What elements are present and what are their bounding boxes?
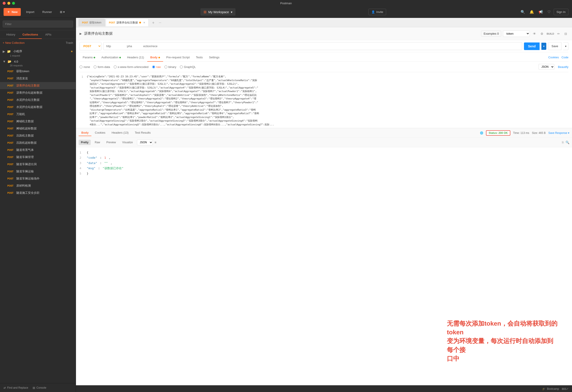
sign-in-button[interactable]: Sign In	[554, 9, 568, 15]
copy-icon-btn[interactable]: ⎘	[562, 141, 564, 144]
method-badge: POST	[6, 77, 15, 80]
code-line-1: 1 {"mixingDate":"2021-02-23 16:23:45","u…	[79, 75, 569, 127]
resp-tab-test-results[interactable]: Test Results	[132, 130, 153, 136]
graphql-option[interactable]: GraphQL	[180, 65, 196, 69]
sidebar-item-16[interactable]: POST 原材料检测	[0, 182, 76, 189]
add-tab-button[interactable]: ＋	[149, 20, 157, 25]
sidebar-item-12[interactable]: POST 隧道车辆管理	[0, 154, 76, 161]
new-button[interactable]: ＋ New	[4, 8, 21, 16]
code-link[interactable]: Code	[561, 56, 568, 59]
eye-icon-btn[interactable]: 👁	[532, 31, 537, 37]
format-tab-visualize[interactable]: Visualize	[120, 140, 135, 145]
item-name-12: 隧道车辆管理	[16, 155, 73, 159]
method-select[interactable]: POST GET PUT DELETE	[79, 42, 101, 50]
form-data-option[interactable]: form-data	[94, 65, 110, 69]
tab-body[interactable]: Body	[147, 53, 163, 62]
sidebar-item-1[interactable]: POST 消息发送	[0, 75, 76, 82]
send-button[interactable]: Send	[524, 42, 540, 50]
send-dropdown-button[interactable]: ▾	[541, 43, 546, 50]
maximize-button[interactable]	[12, 2, 15, 5]
sidebar-item-3[interactable]: POST 沥青拌合站超标数据	[0, 89, 76, 96]
tab-pre-request[interactable]: Pre-request Script	[163, 53, 193, 62]
sidebar-item-6[interactable]: POST 万能机	[0, 111, 76, 118]
edit-icon-btn[interactable]: ✏	[556, 31, 561, 37]
sidebar-tab-collections[interactable]: Collections	[19, 31, 42, 39]
app-bottom-bar: 🎓 Bootcamp ⊞ ⊟ ⤢	[76, 385, 572, 392]
workspace-selector[interactable]: ⊞ My Workspace ▾	[200, 8, 235, 16]
bootcamp-button[interactable]: 🎓 Bootcamp	[542, 387, 559, 391]
more-tools-button[interactable]: ⊞ ▾	[57, 9, 67, 15]
tab-settings[interactable]: Settings	[206, 53, 222, 62]
sidebar-item-14[interactable]: POST 隧道车辆运输	[0, 168, 76, 175]
sidebar-item-2[interactable]: POST 沥青拌合站主数据	[0, 82, 76, 89]
format-tab-pretty[interactable]: Pretty	[79, 140, 91, 145]
raw-option[interactable]: raw	[152, 65, 161, 69]
sidebar-item-5[interactable]: POST 水泥拌合站超标数据	[0, 103, 76, 111]
none-option[interactable]: none	[79, 65, 90, 69]
format-tab-raw[interactable]: Raw	[93, 140, 102, 145]
expand-request-button[interactable]: ▶	[79, 32, 82, 35]
item-name-10: 压路机超标数据	[16, 141, 73, 145]
collection-header-0[interactable]: ▶ 📁 小程序 ★	[0, 48, 76, 55]
body-format-select[interactable]: JSON	[539, 64, 554, 70]
sidebar-item-13[interactable]: POST 隧道车辆进出洞	[0, 161, 76, 168]
sort-icon-btn[interactable]: ≡	[155, 141, 156, 144]
tab-params[interactable]: Params	[79, 53, 98, 62]
examples-button[interactable]: Examples 0	[481, 31, 501, 37]
two-panel-button[interactable]: ⊟	[564, 387, 566, 391]
sidebar-item-17[interactable]: POST 隧道施工安全步距	[0, 189, 76, 196]
tab-authorization[interactable]: Authorization	[98, 53, 124, 62]
resp-tab-headers[interactable]: Headers (13)	[109, 130, 131, 136]
layout-button[interactable]: ⊞	[562, 387, 564, 391]
more-tabs-button[interactable]: ···	[159, 21, 161, 24]
sidebar-item-15[interactable]: POST 隧道车辆运输场外	[0, 175, 76, 182]
sidebar-item-7[interactable]: POST 摊铺机主数据	[0, 118, 76, 125]
sidebar-tab-history[interactable]: History	[3, 31, 19, 39]
import-button[interactable]: Import	[23, 9, 37, 15]
method-badge: POST	[6, 184, 15, 188]
sidebar-item-10[interactable]: POST 压路机超标数据	[0, 139, 76, 147]
format-tab-preview[interactable]: Preview	[104, 140, 118, 145]
expand-panel-button[interactable]: ⤢	[566, 387, 568, 391]
new-collection-button[interactable]: + New Collection	[3, 41, 25, 45]
runner-button[interactable]: Runner	[40, 9, 55, 15]
search-icon-btn[interactable]: 🔍	[566, 141, 569, 144]
sidebar-tab-apis[interactable]: APIs	[42, 31, 55, 39]
sidebar-item-0[interactable]: POST 获取token	[0, 68, 76, 75]
minimize-button[interactable]	[7, 2, 10, 5]
notification-icon-btn[interactable]: 🔔	[528, 8, 535, 16]
heart-icon-btn[interactable]: ♡	[546, 8, 552, 16]
binary-option[interactable]: binary	[164, 65, 176, 69]
tab-close-icon[interactable]: ✕	[143, 21, 145, 24]
cookies-link[interactable]: Cookies	[548, 56, 559, 59]
sidebar-item-8[interactable]: POST 摊铺机超标数据	[0, 125, 76, 132]
sidebar-item-11[interactable]: POST 隧道有害气体	[0, 147, 76, 154]
response-format-select[interactable]: JSON	[137, 139, 153, 145]
env-selector[interactable]: token	[503, 30, 530, 37]
tab-headers[interactable]: Headers (11)	[124, 53, 147, 62]
sidebar-item-9[interactable]: POST 压路机主数据	[0, 132, 76, 139]
urlencoded-option[interactable]: x-www-form-urlencoded	[114, 65, 149, 69]
save-dropdown-button[interactable]: ▾	[563, 42, 568, 50]
find-replace-button[interactable]: ⇄ Find and Replace	[4, 386, 28, 389]
trash-button[interactable]: Trash	[66, 41, 73, 45]
alert-icon-btn[interactable]: 📢	[537, 8, 544, 16]
save-button[interactable]: Save	[548, 42, 561, 50]
sidebar-item-4[interactable]: POST 水泥拌合站主数据	[0, 96, 76, 103]
tab-0[interactable]: POST 获取token	[79, 19, 105, 26]
code-editor[interactable]: 1 {"mixingDate":"2021-02-23 16:23:45","u…	[76, 72, 572, 128]
invite-button[interactable]: 👤 Invite	[368, 9, 386, 15]
tab-tests[interactable]: Tests	[193, 53, 206, 62]
close-button[interactable]	[3, 2, 6, 5]
tab-1[interactable]: POST 沥青拌合站主数据 ✕	[106, 19, 149, 26]
resp-tab-body[interactable]: Body	[79, 130, 91, 136]
search-input[interactable]	[3, 21, 73, 28]
url-input[interactable]	[103, 42, 522, 50]
resp-tab-cookies[interactable]: Cookies	[92, 130, 108, 136]
search-icon-btn[interactable]: 🔍	[519, 8, 526, 16]
save-response-button[interactable]: Save Response ▾	[548, 131, 569, 134]
beautify-button[interactable]: Beautify	[558, 65, 568, 69]
console-button[interactable]: ▤ Console	[33, 386, 46, 389]
settings-icon-btn[interactable]: ⚙	[539, 31, 545, 37]
layout-icon-btn[interactable]: ⊟	[563, 31, 568, 37]
